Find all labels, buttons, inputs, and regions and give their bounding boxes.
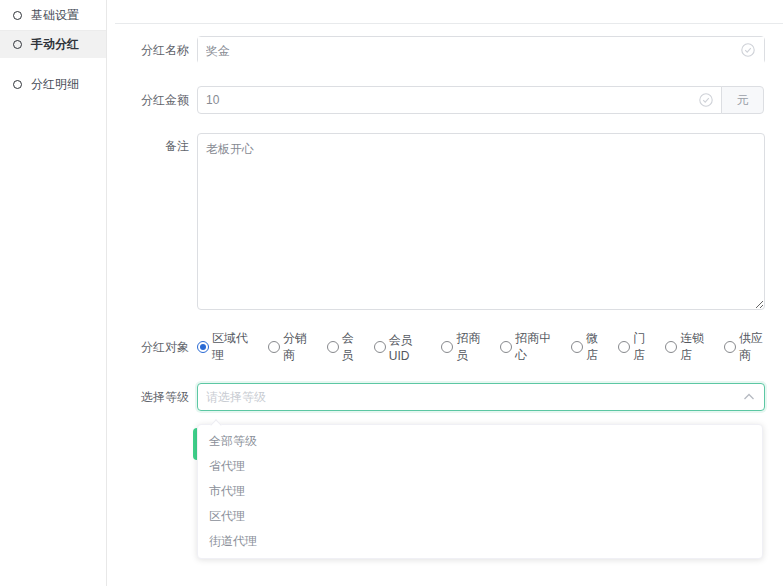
radio-option-micro-shop[interactable]: 微店 (571, 330, 610, 364)
dividend-amount-input[interactable] (197, 86, 722, 114)
radio-option-recruiter[interactable]: 招商员 (441, 330, 492, 364)
dividend-target-radio-group: 区域代理 分销商 会员 会员UID 招商员 招商中心 微店 门店 连锁店 供应商 (197, 334, 783, 360)
dividend-name-label: 分红名称 (101, 36, 189, 64)
dividend-target-label: 分红对象 (101, 334, 189, 360)
dividend-amount-label: 分红金额 (101, 86, 189, 114)
radio-circle-icon (374, 341, 386, 353)
circle-icon (13, 80, 22, 89)
radio-option-member-uid[interactable]: 会员UID (374, 332, 434, 363)
radio-label: 门店 (633, 330, 657, 364)
sidebar-item-manual-dividend[interactable]: 手动分红 (0, 31, 106, 58)
radio-label: 微店 (586, 330, 610, 364)
unit-suffix: 元 (721, 86, 764, 114)
level-select-label: 选择等级 (101, 383, 189, 411)
dropdown-option-street-agent[interactable]: 街道代理 (198, 529, 762, 554)
dividend-amount-field: 元 (197, 86, 764, 114)
radio-label: 会员 (342, 330, 366, 364)
level-dropdown: 全部等级 省代理 市代理 区代理 街道代理 (197, 424, 763, 559)
dividend-name-input[interactable] (198, 37, 764, 65)
radio-option-chain-store[interactable]: 连锁店 (665, 330, 716, 364)
circle-icon (13, 40, 22, 49)
radio-label: 招商中心 (515, 330, 563, 364)
radio-label: 分销商 (283, 330, 319, 364)
radio-circle-icon (571, 341, 583, 353)
radio-option-supplier[interactable]: 供应商 (724, 330, 775, 364)
dropdown-option-district-agent[interactable]: 区代理 (198, 504, 762, 529)
sidebar-item-label: 基础设置 (31, 7, 79, 24)
radio-option-distributor[interactable]: 分销商 (268, 330, 319, 364)
sidebar-item-dividend-detail[interactable]: 分红明细 (0, 69, 106, 100)
remark-label: 备注 (101, 134, 189, 158)
radio-circle-icon (268, 341, 280, 353)
radio-label: 连锁店 (680, 330, 716, 364)
radio-circle-icon (665, 341, 677, 353)
sidebar-item-label: 分红明细 (31, 76, 79, 93)
radio-option-recruit-center[interactable]: 招商中心 (500, 330, 563, 364)
radio-circle-icon (197, 341, 209, 353)
sidebar-item-label: 手动分红 (31, 36, 79, 53)
radio-option-regional-agent[interactable]: 区域代理 (197, 330, 260, 364)
dividend-name-field (197, 36, 765, 64)
dropdown-option-city-agent[interactable]: 市代理 (198, 479, 762, 504)
radio-option-store[interactable]: 门店 (618, 330, 657, 364)
radio-circle-icon (618, 341, 630, 353)
radio-label: 招商员 (456, 330, 492, 364)
dropdown-option-province-agent[interactable]: 省代理 (198, 454, 762, 479)
sidebar: 基础设置 手动分红 分红明细 (0, 0, 107, 586)
radio-label: 区域代理 (212, 330, 260, 364)
dropdown-option-all-levels[interactable]: 全部等级 (198, 429, 762, 454)
radio-option-member[interactable]: 会员 (327, 330, 366, 364)
radio-label: 会员UID (389, 332, 434, 363)
level-select[interactable] (197, 383, 765, 411)
radio-circle-icon (327, 341, 339, 353)
radio-circle-icon (500, 341, 512, 353)
sidebar-item-basic-settings[interactable]: 基础设置 (0, 0, 106, 31)
level-select-input[interactable] (198, 384, 764, 410)
remark-textarea[interactable]: 老板开心 (197, 133, 765, 310)
circle-icon (13, 11, 22, 20)
radio-circle-icon (441, 341, 453, 353)
radio-label: 供应商 (739, 330, 775, 364)
radio-circle-icon (724, 341, 736, 353)
content-top-divider (115, 23, 783, 24)
